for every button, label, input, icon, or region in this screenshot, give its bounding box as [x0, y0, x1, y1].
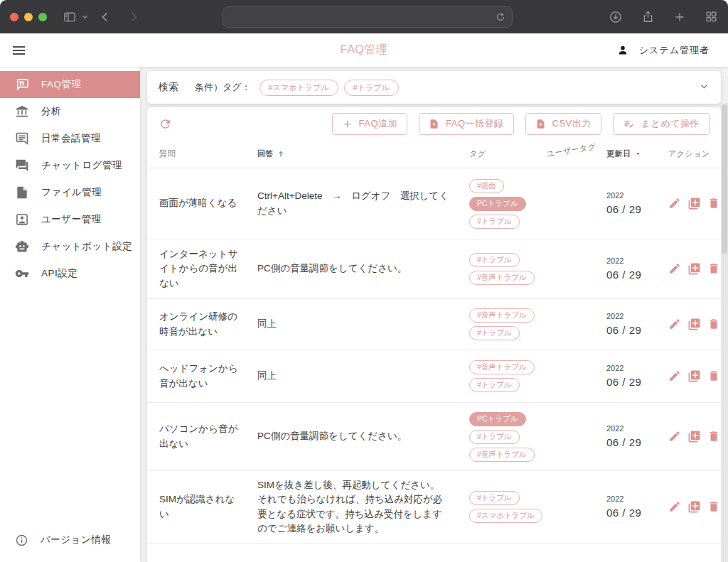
zoom-button[interactable]	[38, 13, 47, 21]
actions-cell	[660, 190, 721, 217]
address-bar[interactable]	[223, 6, 513, 28]
question-cell: SIMが認識されない	[147, 485, 245, 529]
duplicate-button[interactable]	[687, 500, 701, 514]
tag-chip[interactable]: #トラブル	[469, 326, 520, 340]
edit-button[interactable]	[668, 318, 681, 331]
edit-button[interactable]	[668, 430, 681, 443]
column-header-answer[interactable]: 回答	[245, 148, 457, 159]
duplicate-button[interactable]	[687, 197, 701, 210]
delete-button[interactable]	[707, 430, 720, 443]
duplicate-button[interactable]	[687, 318, 701, 331]
sidebar-item-4[interactable]: ファイル管理	[0, 179, 140, 206]
tag-chip[interactable]: #スマホトラブル	[469, 509, 542, 523]
tab-overview-icon[interactable]	[705, 10, 718, 23]
tag-chip[interactable]: #トラブル	[469, 491, 520, 505]
sidebar-item-0[interactable]: ?!FAQ管理	[0, 71, 140, 98]
tag-chip[interactable]: PCトラブル	[469, 412, 526, 426]
sidebar-toggle-icon[interactable]	[63, 10, 77, 24]
updated-month-day: 06 / 29	[606, 202, 654, 218]
column-header-tag[interactable]: タグ	[457, 148, 546, 159]
new-tab-icon[interactable]	[673, 11, 686, 23]
toolbar: FAQ追加FAQ一括登録CSV出力まとめて操作	[147, 107, 721, 140]
sort-descending-caret-icon	[634, 150, 642, 158]
forward-icon	[127, 11, 140, 23]
toolbar-button-3[interactable]: まとめて操作	[613, 113, 710, 135]
edit-button[interactable]	[668, 500, 681, 514]
delete-button[interactable]	[707, 500, 720, 514]
edit-button[interactable]	[668, 197, 681, 210]
user-name: システム管理者	[639, 44, 710, 57]
delete-icon	[707, 430, 720, 443]
edit-button[interactable]	[668, 369, 681, 383]
expand-search-chevron-icon[interactable]	[699, 81, 710, 94]
search-tag-chip[interactable]: #トラブル	[344, 80, 399, 96]
tag-chip[interactable]: #トラブル	[469, 253, 520, 267]
delete-button[interactable]	[707, 262, 720, 276]
toolbar-button-label: FAQ一括登録	[446, 117, 504, 130]
delete-button[interactable]	[707, 197, 720, 210]
column-header-question[interactable]: 質問	[147, 148, 245, 159]
tag-chip[interactable]: #音声トラブル	[469, 448, 535, 462]
edit-button[interactable]	[668, 262, 681, 276]
sidebar-item-1[interactable]: 分析	[0, 98, 140, 125]
app-header: FAQ管理 システム管理者	[0, 33, 728, 67]
toolbar-button-1[interactable]: FAQ一括登録	[419, 113, 514, 135]
tag-chip[interactable]: #トラブル	[469, 378, 520, 392]
faq-table: 質問 回答 タグ ユーザータグ 更新日	[147, 140, 721, 562]
duplicate-add-icon	[687, 369, 701, 383]
refresh-icon[interactable]	[159, 117, 172, 131]
user-menu[interactable]: システム管理者	[616, 44, 728, 57]
minimize-button[interactable]	[24, 13, 33, 21]
tag-chip[interactable]: #音声トラブル	[469, 360, 535, 374]
tag-chip[interactable]: #音声トラブル	[469, 271, 535, 285]
toolbar-button-2[interactable]: CSV出力	[525, 113, 601, 135]
file-download-icon	[535, 119, 546, 129]
updated-year: 2022	[606, 493, 654, 505]
tags-cell: #トラブル#スマホトラブル	[457, 484, 546, 530]
page-reload-icon[interactable]	[496, 12, 505, 22]
sidebar-item-2[interactable]: 日常会話管理	[0, 125, 140, 152]
updated-year: 2022	[606, 310, 654, 323]
duplicate-button[interactable]	[687, 430, 701, 443]
duplicate-button[interactable]	[687, 369, 701, 383]
tag-chip[interactable]: #画面	[469, 179, 504, 193]
updated-year: 2022	[606, 255, 654, 267]
table-row: PCの動きが遅い#トラブル2022	[147, 544, 721, 562]
chevron-down-icon[interactable]	[81, 13, 89, 21]
tag-chip[interactable]: #音声トラブル	[469, 308, 535, 323]
tag-chip[interactable]: #トラブル	[469, 430, 520, 444]
sidebar: ?!FAQ管理分析日常会話管理チャットログ管理ファイル管理ユーザー管理チャットボ…	[0, 67, 140, 562]
toolbar-button-0[interactable]: FAQ追加	[332, 113, 408, 135]
tag-chip[interactable]: #トラブル	[469, 215, 520, 229]
scrollbar[interactable]	[721, 103, 728, 562]
sidebar-item-5[interactable]: ユーザー管理	[0, 206, 140, 233]
delete-button[interactable]	[707, 318, 720, 331]
share-icon[interactable]	[641, 10, 655, 23]
column-header-updated[interactable]: 更新日	[598, 148, 660, 159]
sidebar-item-7[interactable]: API設定	[0, 260, 140, 287]
close-button[interactable]	[10, 13, 18, 21]
key-icon	[15, 266, 29, 281]
delete-button[interactable]	[707, 369, 720, 383]
actions-cell	[660, 423, 721, 450]
scrollbar-thumb[interactable]	[722, 104, 727, 254]
sidebar-item-version[interactable]: バージョン情報	[0, 526, 140, 553]
actions-cell	[660, 362, 721, 390]
delete-icon	[707, 369, 720, 383]
sidebar-item-3[interactable]: チャットログ管理	[0, 152, 140, 179]
column-header-user-tag[interactable]: ユーザータグ	[545, 141, 597, 159]
sidebar-item-label: 分析	[41, 105, 61, 118]
tags-cell: #音声トラブル#トラブル	[457, 301, 546, 347]
question-cell: ヘッドフォンから音が出ない	[147, 355, 245, 398]
downloads-icon[interactable]	[609, 10, 623, 24]
comment-icon	[15, 131, 29, 146]
user-box-icon	[15, 212, 29, 227]
search-tag-chip[interactable]: #スマホトラブル	[259, 80, 338, 96]
back-icon[interactable]	[99, 11, 112, 23]
sidebar-item-label: バージョン情報	[41, 534, 111, 546]
sidebar-item-6[interactable]: チャットボット設定	[0, 233, 140, 260]
chat-log-icon	[15, 158, 29, 173]
tags-cell: #音声トラブル#トラブル	[457, 353, 546, 399]
tag-chip[interactable]: PCトラブル	[469, 197, 526, 211]
duplicate-button[interactable]	[687, 262, 701, 276]
